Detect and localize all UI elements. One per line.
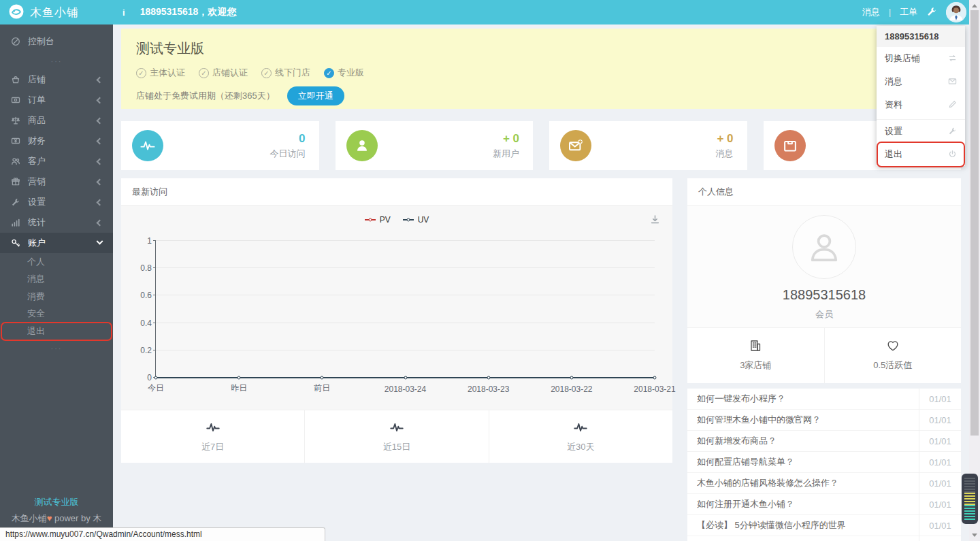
chevron-left-icon — [97, 199, 103, 206]
data-point-marker[interactable] — [653, 376, 657, 380]
data-point-marker[interactable] — [570, 376, 573, 380]
x-axis-tick: 2018-03-23 — [468, 384, 509, 394]
power-icon — [948, 150, 957, 160]
legend-item-UV[interactable]: UV — [403, 215, 429, 225]
heart-icon — [825, 339, 962, 355]
stat-card[interactable]: + 0 新用户 — [336, 121, 534, 170]
profile-role: 会员 — [687, 308, 961, 321]
news-row[interactable]: 如何一键发布小程序？ 01/01 — [687, 389, 961, 410]
activate-now-button[interactable]: 立即开通 — [287, 86, 344, 105]
sidebar-item[interactable]: 统计 — [0, 212, 113, 233]
dropdown-item[interactable]: 退出 — [877, 143, 965, 166]
range-tab-label: 近30天 — [489, 441, 672, 453]
pulse-icon — [132, 130, 163, 161]
version-link[interactable]: 测试专业版 — [0, 496, 113, 508]
stores-cell[interactable]: 3家店铺 — [687, 328, 824, 383]
dropdown-item[interactable]: 消息 — [877, 70, 965, 93]
news-row[interactable]: 如何配置店铺导航菜单？ 01/01 — [687, 452, 961, 473]
dropdown-item[interactable]: 资料 — [877, 93, 965, 116]
dropdown-item[interactable]: 设置 — [877, 119, 965, 143]
range-tab-label: 近15日 — [305, 441, 488, 453]
download-icon[interactable] — [650, 214, 660, 225]
data-point-marker[interactable] — [321, 376, 324, 380]
y-axis-tick: 0.4 — [127, 318, 152, 328]
sidebar-item-label: 控制台 — [28, 35, 54, 48]
cert-badge-label: 专业版 — [338, 67, 364, 79]
stat-card[interactable]: 0 今日访问 — [121, 121, 319, 170]
sidebar-item-label: 营销 — [28, 176, 46, 188]
person-icon[interactable] — [792, 215, 856, 279]
news-date: 01/01 — [919, 452, 961, 473]
scroll-down-arrow-icon[interactable] — [972, 534, 977, 537]
sidebar-item[interactable]: 商品 — [0, 110, 113, 131]
sidebar-item-label: 订单 — [28, 94, 46, 106]
news-row[interactable]: 如何新增发布商品？ 01/01 — [687, 431, 961, 452]
sidebar-item-label: 统计 — [28, 216, 46, 229]
data-point-marker[interactable] — [238, 376, 241, 380]
sidebar-subitem[interactable]: 消息 — [0, 271, 113, 289]
marketing-icon — [11, 176, 20, 187]
news-row[interactable]: 【必读】 5分钟读懂微信小程序的世界 01/01 — [687, 515, 961, 536]
news-row[interactable]: 木鱼小铺亮相中国（合肥）互联网大会开场产品秀 01/01 — [687, 536, 961, 541]
x-axis-tick: 2018-03-24 — [385, 384, 426, 394]
data-point-marker[interactable] — [404, 376, 407, 380]
stat-value: + 0 — [493, 132, 519, 146]
welcome-text: 18895315618，欢迎您 — [140, 6, 237, 18]
visits-chart: PVUV 00.20.40.60.81今日昨日前日2018-03-242018-… — [121, 206, 672, 410]
stat-card[interactable]: + 0 消息 — [549, 121, 747, 170]
mail-plus-icon — [560, 130, 591, 161]
sidebar-subitem[interactable]: 安全 — [0, 306, 113, 323]
sidebar-item[interactable]: 订单 — [0, 90, 113, 110]
range-tab[interactable]: 近30天 — [489, 410, 672, 463]
sidebar-subitem[interactable]: 消费 — [0, 288, 113, 306]
dropdown-item-label: 设置 — [885, 125, 902, 137]
chevron-left-icon — [97, 76, 103, 83]
chevron-down-icon — [97, 237, 103, 244]
data-point-marker[interactable] — [487, 376, 490, 380]
messages-link[interactable]: 消息 — [862, 6, 880, 18]
range-tab[interactable]: 近15日 — [304, 410, 488, 463]
minimap-yellow-stripes — [964, 493, 975, 505]
news-row[interactable]: 如何注册开通木鱼小铺？ 01/01 — [687, 494, 961, 515]
sidebar: 控制台 ··· 店铺 订单 商品 财务 — [0, 24, 113, 541]
scroll-up-arrow-icon[interactable] — [972, 4, 977, 7]
news-title: 木鱼小铺的店铺风格装修怎么操作？ — [687, 477, 919, 489]
account-icon — [11, 237, 20, 248]
chart-legend: PVUV — [121, 215, 672, 225]
range-tab[interactable]: 近7日 — [121, 410, 304, 463]
dropdown-item-label: 消息 — [885, 76, 902, 88]
news-row[interactable]: 木鱼小铺的店铺风格装修怎么操作？ 01/01 — [687, 473, 961, 494]
activity-cell[interactable]: 0.5活跃值 — [824, 328, 962, 383]
sidebar-separator: ··· — [0, 53, 113, 69]
news-date: 01/01 — [919, 515, 961, 536]
sidebar-item[interactable]: 设置 — [0, 192, 113, 212]
page-scrollbar[interactable] — [969, 0, 980, 541]
sidebar-item-account[interactable]: 账户 — [0, 233, 113, 253]
chevron-left-icon — [97, 97, 103, 103]
y-axis-tick: 1 — [127, 236, 152, 246]
sidebar-item[interactable]: 财务 — [0, 131, 113, 151]
finance-icon — [11, 135, 20, 146]
sidebar-subitem[interactable]: 退出 — [0, 323, 113, 340]
profile-panel: 个人信息 18895315618 会员 3家店铺 0.5活跃值 — [687, 178, 961, 383]
wrench-icon[interactable] — [926, 6, 937, 18]
mail-icon — [948, 77, 957, 87]
scrollbar-thumb[interactable] — [970, 10, 979, 436]
sidebar-item[interactable]: 营销 — [0, 171, 113, 192]
avatar-icon[interactable] — [946, 2, 966, 22]
brand[interactable]: 木鱼小铺 — [8, 0, 79, 24]
pencil-icon — [948, 100, 957, 110]
legend-item-PV[interactable]: PV — [365, 215, 391, 225]
sidebar-subitem[interactable]: 个人 — [0, 253, 113, 271]
news-row[interactable]: 如何管理木鱼小铺中的微官网？ 01/01 — [687, 410, 961, 431]
user-icon — [346, 130, 378, 161]
dropdown-item[interactable]: 切换店铺 — [877, 47, 965, 70]
stat-value: + 0 — [716, 132, 734, 146]
y-axis-tick: 0.8 — [127, 263, 152, 273]
sidebar-item[interactable]: 客户 — [0, 151, 113, 171]
tickets-link[interactable]: 工单 — [900, 6, 917, 18]
sidebar-item-dashboard[interactable]: 控制台 — [0, 30, 113, 53]
data-point-marker[interactable] — [154, 376, 158, 380]
sidebar-item[interactable]: 店铺 — [0, 69, 113, 90]
y-axis-tick: 0.6 — [127, 291, 152, 300]
